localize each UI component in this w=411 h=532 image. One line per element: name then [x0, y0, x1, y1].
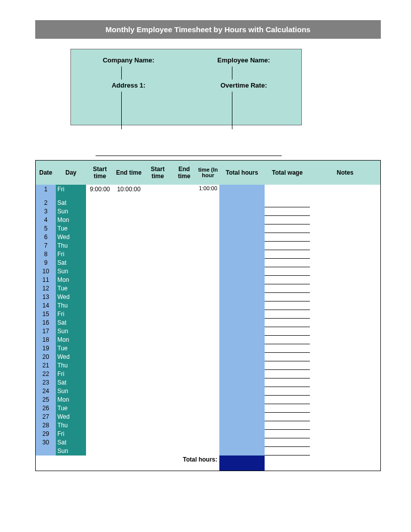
start-time-2-cell [144, 293, 172, 301]
end-time-cell [114, 353, 144, 361]
total-hours-cell [219, 207, 265, 216]
day-cell: Sat [56, 259, 86, 267]
start-time-2-cell [144, 224, 172, 233]
start-time-cell [86, 276, 114, 284]
table-row: 18Mon [36, 336, 380, 344]
date-cell: 14 [36, 301, 56, 310]
date-cell: 12 [36, 284, 56, 293]
table-row: 24Sun [36, 387, 380, 396]
end-time-cell [114, 361, 144, 370]
total-wage-cell [265, 361, 310, 370]
table-row: 9Sat [36, 259, 380, 267]
total-wage-cell [265, 207, 310, 216]
end-time-2-cell [172, 438, 197, 447]
timesheet-table: Date Day Start time End time Start time … [35, 160, 381, 471]
total-wage-cell [265, 438, 310, 447]
start-time-cell [86, 447, 114, 455]
end-time-2-cell [172, 199, 197, 207]
start-time-cell [86, 216, 114, 224]
start-time-cell [86, 353, 114, 361]
total-hours-cell [219, 396, 265, 404]
total-hours-label: Total hours: [36, 455, 219, 471]
end-time-cell [114, 370, 144, 378]
start-time-cell [86, 199, 114, 207]
end-time-2-cell [172, 242, 197, 250]
total-hours-cell [219, 387, 265, 396]
end-time-cell [114, 242, 144, 250]
end-time-cell [114, 284, 144, 293]
total-hours-cell [219, 370, 265, 378]
time-in-hour-cell [197, 199, 219, 207]
start-time-2-cell [144, 207, 172, 216]
notes-cell [310, 361, 380, 370]
date-cell: 18 [36, 336, 56, 344]
table-row: 13Wed [36, 293, 380, 301]
time-in-hour-cell [197, 242, 219, 250]
date-cell: 2 [36, 199, 56, 207]
start-time-cell [86, 336, 114, 344]
divider [232, 92, 232, 129]
date-cell: 25 [36, 396, 56, 404]
start-time-2-cell [144, 361, 172, 370]
total-hours-cell [219, 430, 265, 438]
start-time-2-cell [144, 301, 172, 310]
total-wage-cell [265, 199, 310, 207]
time-in-hour-cell [197, 267, 219, 276]
start-time-2-cell [144, 233, 172, 242]
total-hours-cell [219, 185, 265, 199]
time-in-hour-cell [197, 387, 219, 396]
date-cell: 1 [36, 185, 56, 199]
total-hours-cell [219, 378, 265, 387]
notes-cell [310, 404, 380, 413]
start-time-2-cell [144, 430, 172, 438]
total-hours-cell [219, 344, 265, 353]
time-in-hour-cell [197, 301, 219, 310]
table-row: 27Wed [36, 413, 380, 421]
total-hours-cell [219, 284, 265, 293]
end-time-cell [114, 447, 144, 455]
employee-name-label: Employee Name: [186, 54, 301, 80]
overtime-rate-label: Overtime Rate: [186, 80, 301, 105]
end-time-2-cell [172, 207, 197, 216]
date-cell: 30 [36, 438, 56, 447]
divider [121, 92, 122, 129]
day-cell: Tue [56, 284, 86, 293]
total-hours-cell [219, 293, 265, 301]
end-time-cell [114, 310, 144, 319]
start-time-2-cell [144, 378, 172, 387]
total-wage-cell [265, 233, 310, 242]
total-wage-cell [265, 344, 310, 353]
day-cell: Thu [56, 421, 86, 430]
table-row: 22Fri [36, 370, 380, 378]
time-in-hour-cell [197, 293, 219, 301]
end-time-2-cell [172, 284, 197, 293]
table-row: 12Tue [36, 284, 380, 293]
notes-cell [310, 216, 380, 224]
total-wage-cell [265, 284, 310, 293]
end-time-cell [114, 336, 144, 344]
start-time-2-cell [144, 413, 172, 421]
day-cell: Sat [56, 438, 86, 447]
end-time-2-cell [172, 319, 197, 327]
notes-cell [310, 199, 380, 207]
time-in-hour-cell [197, 404, 219, 413]
day-cell: Sat [56, 378, 86, 387]
end-time-2-cell [172, 267, 197, 276]
table-row: 10Sun [36, 267, 380, 276]
notes-cell [310, 310, 380, 319]
start-time-cell [86, 387, 114, 396]
total-hours-cell [219, 353, 265, 361]
end-time-cell [114, 207, 144, 216]
day-cell: Sun [56, 207, 86, 216]
start-time-2-cell [144, 185, 172, 199]
total-hours-cell [219, 336, 265, 344]
start-time-cell [86, 344, 114, 353]
day-cell: Thu [56, 242, 86, 250]
date-cell: 19 [36, 344, 56, 353]
total-wage-cell [265, 259, 310, 267]
start-time-2-cell [144, 396, 172, 404]
start-time-2-cell [144, 370, 172, 378]
notes-cell [310, 284, 380, 293]
total-hours-cell [219, 224, 265, 233]
address-label: Address 1: [71, 80, 186, 105]
